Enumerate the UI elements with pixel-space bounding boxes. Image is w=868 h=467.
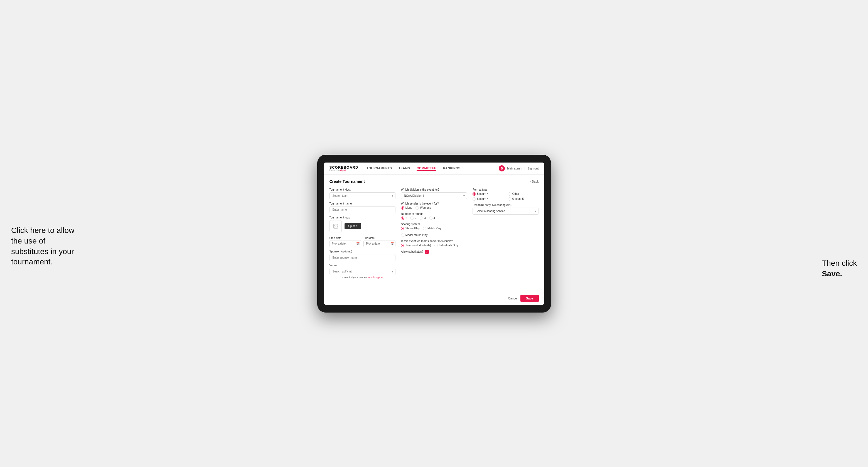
scoring-stroke[interactable]: Stroke Play	[401, 227, 420, 230]
substitutes-checkbox[interactable]: ✓	[425, 250, 429, 254]
logo-upload-area: Upload	[330, 220, 396, 232]
scoring-match-radio[interactable]	[423, 227, 426, 230]
division-select[interactable]: NCAA Division I	[401, 192, 467, 199]
substitutes-group: Allow substitutes? ✓	[401, 250, 467, 254]
format-6count4-radio[interactable]	[472, 197, 476, 201]
navbar: SCOREBOARD Powered by clippd TOURNAMENTS…	[324, 162, 544, 175]
sponsor-input[interactable]	[330, 254, 396, 261]
page-header: Create Tournament Back	[330, 179, 539, 184]
format-5count4-radio[interactable]	[472, 192, 476, 196]
scoring-api-select-wrapper: Select a scoring service	[472, 208, 538, 215]
scoring-stroke-radio[interactable]	[401, 227, 404, 230]
tablet-device: SCOREBOARD Powered by clippd TOURNAMENTS…	[317, 155, 551, 313]
scoring-medal-radio[interactable]	[401, 234, 404, 237]
venue-select-wrapper	[330, 268, 396, 275]
logo-placeholder	[330, 220, 342, 232]
gender-group: Which gender is the event for? Mens Wome…	[401, 202, 467, 210]
substitutes-label[interactable]: Allow substitutes? ✓	[401, 250, 467, 254]
teams-with-individuals[interactable]: Teams (+Individuals)	[401, 244, 431, 247]
format-6count5-radio[interactable]	[508, 197, 511, 201]
scoring-api-label: Use third-party live scoring API?	[472, 204, 538, 207]
tournament-host-label: Tournament Host	[330, 188, 396, 191]
page-content: Create Tournament Back Tournament Host	[324, 175, 544, 292]
division-select-wrapper: NCAA Division I	[401, 192, 467, 199]
scoring-api-select[interactable]: Select a scoring service	[472, 208, 538, 215]
sponsor-group: Sponsor (optional)	[330, 250, 396, 261]
gender-mens[interactable]: Mens	[401, 206, 412, 210]
format-other-radio[interactable]	[508, 192, 511, 196]
tournament-logo-group: Tournament logo Upload	[330, 216, 396, 232]
gender-radio-group: Mens Womens	[401, 206, 467, 210]
teams-group: Is this event for Teams and/or Individua…	[401, 240, 467, 247]
scoring-group: Scoring system Stroke Play Match Play	[401, 223, 467, 237]
rounds-4-radio[interactable]	[429, 217, 432, 220]
svg-point-1	[334, 225, 335, 226]
cancel-button[interactable]: Cancel	[508, 297, 518, 300]
teams-radio-group: Teams (+Individuals) Individuals Only	[401, 244, 467, 247]
user-name: blair admin	[507, 167, 522, 170]
rounds-3-radio[interactable]	[420, 217, 423, 220]
venue-label: Venue	[330, 264, 396, 267]
rounds-4[interactable]: 4	[429, 217, 435, 220]
format-6count5[interactable]: 6 count 5	[508, 197, 539, 201]
rounds-3[interactable]: 3	[420, 217, 426, 220]
gender-womens[interactable]: Womens	[415, 206, 431, 210]
rounds-1[interactable]: 1	[401, 217, 407, 220]
form-footer: Cancel Save	[324, 292, 544, 305]
sign-out-link[interactable]: Sign out	[527, 167, 538, 170]
sponsor-label: Sponsor (optional)	[330, 250, 396, 253]
tournament-name-label: Tournament name	[330, 202, 396, 205]
end-date-label: End date	[364, 237, 375, 240]
format-label: Format type	[472, 188, 538, 191]
back-link[interactable]: Back	[530, 180, 538, 183]
gender-womens-radio[interactable]	[415, 206, 419, 210]
logo-scoreboard: SCOREBOARD	[330, 165, 359, 169]
end-date-group: End date 📅	[364, 235, 396, 247]
venue-group: Venue Can't find your venue? email suppo…	[330, 264, 396, 279]
tournament-name-input[interactable]	[330, 206, 396, 213]
scoring-radio-group: Stroke Play Match Play Medal Match Play	[401, 227, 467, 237]
scoring-match[interactable]: Match Play	[423, 227, 441, 230]
dates-group: Start date 📅 End date	[330, 235, 396, 247]
nav-tournaments[interactable]: TOURNAMENTS	[367, 166, 392, 171]
rounds-1-radio[interactable]	[401, 217, 404, 220]
format-other[interactable]: Other	[508, 192, 539, 196]
tournament-host-input[interactable]	[330, 192, 396, 199]
rounds-2[interactable]: 2	[410, 217, 416, 220]
gender-mens-radio[interactable]	[401, 206, 404, 210]
nav-user: B blair admin | Sign out	[499, 165, 538, 172]
tournament-host-group: Tournament Host	[330, 188, 396, 199]
annotation-left: Click here to allow the use of substitut…	[11, 225, 84, 267]
scoring-label: Scoring system	[401, 223, 467, 226]
individuals-radio[interactable]	[434, 244, 438, 247]
teams-radio[interactable]	[401, 244, 404, 247]
format-6count4[interactable]: 6 count 4	[472, 197, 503, 201]
email-support-link[interactable]: email support	[368, 276, 383, 279]
format-5count4[interactable]: 5 count 4	[472, 192, 503, 196]
rounds-2-radio[interactable]	[410, 217, 413, 220]
scoring-api-group: Use third-party live scoring API? Select…	[472, 204, 538, 215]
page-title: Create Tournament	[330, 179, 365, 184]
start-date-wrapper: 📅	[330, 240, 362, 247]
save-button[interactable]: Save	[520, 295, 539, 302]
upload-button[interactable]: Upload	[344, 223, 361, 229]
teams-label: Is this event for Teams and/or Individua…	[401, 240, 467, 243]
gender-label: Which gender is the event for?	[401, 202, 467, 205]
scoring-medal[interactable]: Medal Match Play	[401, 234, 428, 237]
calendar-icon-end: 📅	[391, 242, 394, 245]
tablet-screen: SCOREBOARD Powered by clippd TOURNAMENTS…	[324, 162, 544, 305]
tournament-host-select-wrapper	[330, 192, 396, 199]
rounds-label: Number of rounds	[401, 212, 467, 215]
nav-rankings[interactable]: RANKINGS	[443, 166, 461, 171]
page-wrapper: Click here to allow the use of substitut…	[11, 155, 857, 313]
nav-committee[interactable]: COMMITTEE	[416, 166, 436, 171]
rounds-group: Number of rounds 1 2	[401, 212, 467, 220]
venue-help: Can't find your venue? email support	[330, 276, 396, 279]
individuals-only[interactable]: Individuals Only	[434, 244, 459, 247]
middle-column: Which division is the event for? NCAA Di…	[401, 188, 467, 279]
start-date-label: Start date	[330, 237, 341, 240]
logo-area: SCOREBOARD Powered by clippd	[330, 165, 359, 171]
venue-input[interactable]	[330, 268, 396, 275]
division-label: Which division is the event for?	[401, 188, 467, 191]
nav-teams[interactable]: TEAMS	[399, 166, 410, 171]
